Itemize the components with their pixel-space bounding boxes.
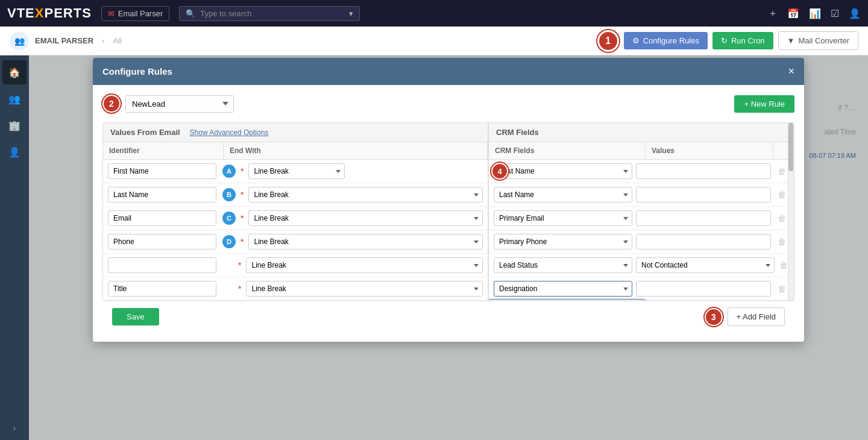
sidebar-item-contacts[interactable]: 👥 bbox=[2, 87, 27, 111]
table-row: A * Line Break 4 bbox=[103, 160, 488, 183]
delete-row-1[interactable]: 🗑 bbox=[775, 164, 789, 178]
crm-field-select-1[interactable]: First Name bbox=[494, 163, 632, 179]
module-tab-label: Email Parser bbox=[118, 9, 163, 18]
main-content: if ? ... ated Time 08-07 07:19 AM Config… bbox=[29, 55, 868, 440]
badge-b: B bbox=[222, 188, 236, 201]
values-section-header: Values From Email Show Advanced Options bbox=[103, 123, 488, 142]
chart-icon[interactable]: 📊 bbox=[809, 8, 821, 19]
sidebar-item-home[interactable]: 🏠 bbox=[2, 60, 27, 84]
calendar-icon[interactable]: 📅 bbox=[787, 8, 799, 19]
crm-field-select-4[interactable]: Primary Phone bbox=[494, 234, 632, 250]
email-icon: ✉ bbox=[108, 9, 115, 18]
identifier-input-5[interactable] bbox=[108, 257, 216, 273]
module-tab[interactable]: ✉ Email Parser bbox=[101, 6, 169, 21]
crm-field-select-3[interactable]: Primary Email bbox=[494, 210, 632, 226]
search-placeholder: Type to search bbox=[200, 9, 251, 18]
breadcrumb-module: Email Parser bbox=[35, 36, 93, 45]
crm-value-input-2[interactable] bbox=[636, 187, 771, 203]
module-select[interactable]: NewLead bbox=[125, 95, 234, 113]
breadcrumb-all: All bbox=[113, 36, 121, 45]
delete-row-2[interactable]: 🗑 bbox=[775, 187, 789, 202]
module-icon: 👥 bbox=[10, 31, 29, 51]
modal-close-button[interactable]: × bbox=[788, 65, 794, 78]
gear-icon: ⚙ bbox=[632, 36, 640, 45]
step-badge-2: 2 bbox=[102, 95, 121, 113]
filter-icon: ▼ bbox=[787, 36, 795, 45]
sidebar-expand-button[interactable]: › bbox=[2, 421, 27, 435]
end-with-select-5[interactable]: Line Break bbox=[246, 257, 483, 273]
app-logo: VTEXPERTS bbox=[7, 5, 92, 21]
crm-field-select-5[interactable]: Lead Status bbox=[494, 257, 632, 273]
step-badge-4: 4 bbox=[491, 163, 508, 180]
rules-area: Values From Email Show Advanced Options … bbox=[102, 122, 794, 301]
topnav-actions: ＋ 📅 📊 ☑ 👤 bbox=[768, 7, 861, 20]
user-icon[interactable]: 👤 bbox=[849, 8, 861, 19]
end-with-select-1[interactable]: Line Break bbox=[248, 163, 345, 179]
delete-row-6[interactable]: 🗑 bbox=[775, 281, 789, 296]
badge-a: A bbox=[222, 165, 236, 178]
identifier-input-3[interactable] bbox=[108, 210, 216, 226]
end-with-select-3[interactable]: Line Break bbox=[248, 210, 483, 226]
table-row: * Line Break bbox=[103, 254, 488, 277]
crm-field-select-6[interactable]: Designation bbox=[494, 281, 632, 297]
modal-body: 2 NewLead + New Rule bbox=[93, 85, 804, 342]
col-values-header: Values bbox=[646, 142, 773, 159]
table-row: D * Line Break bbox=[103, 230, 488, 254]
identifier-input-1[interactable] bbox=[108, 163, 216, 179]
values-rows: A * Line Break 4 bbox=[103, 160, 488, 300]
global-search[interactable]: 🔍 Type to search ▾ bbox=[179, 6, 360, 21]
run-cron-button[interactable]: ↻ Run Cron bbox=[712, 32, 773, 49]
identifier-input-2[interactable] bbox=[108, 187, 216, 203]
crm-value-select-5[interactable]: Not Contacted bbox=[636, 257, 775, 273]
col-end-with-header: End With bbox=[224, 142, 488, 159]
end-with-select-2[interactable]: Line Break bbox=[248, 187, 483, 203]
crm-field-select-2[interactable]: Last Name bbox=[494, 187, 632, 203]
identifier-input-4[interactable] bbox=[108, 234, 216, 250]
search-icon: 🔍 bbox=[186, 9, 195, 18]
crm-row-6: Designation 🗑 🔍 bbox=[489, 277, 794, 300]
modal-title: Configure Rules bbox=[102, 66, 172, 77]
badge-c: C bbox=[222, 212, 236, 225]
crm-value-input-6[interactable] bbox=[636, 281, 771, 297]
crm-value-input-1[interactable] bbox=[636, 163, 771, 179]
breadcrumb-bar: 👥 Email Parser › All 1 ⚙ Configure Rules… bbox=[0, 27, 868, 55]
required-star: * bbox=[238, 284, 241, 294]
new-rule-button[interactable]: + New Rule bbox=[734, 95, 794, 113]
sidebar-item-user[interactable]: 👤 bbox=[2, 140, 27, 164]
modal-overlay: Configure Rules × 2 NewLead bbox=[29, 55, 868, 440]
crm-field-dropdown[interactable]: 🔍 Salutation First Name Assigned To Last… bbox=[489, 299, 646, 301]
end-with-select-4[interactable]: Line Break bbox=[248, 234, 483, 250]
scroll-thumb[interactable] bbox=[788, 123, 793, 171]
col-headers-values: Identifier End With bbox=[103, 142, 488, 160]
delete-row-3[interactable]: 🗑 bbox=[775, 211, 789, 225]
save-button[interactable]: Save bbox=[112, 308, 159, 325]
footer-right: 3 + Add Field bbox=[705, 307, 785, 326]
breadcrumb-actions: 1 ⚙ Configure Rules ↻ Run Cron ▼ Mail Co… bbox=[597, 30, 858, 52]
step-badge-1: 1 bbox=[597, 30, 619, 52]
show-advanced-link[interactable]: Show Advanced Options bbox=[190, 128, 269, 137]
section-values-from-email: Values From Email Show Advanced Options … bbox=[103, 123, 489, 300]
add-icon[interactable]: ＋ bbox=[768, 7, 778, 20]
col-crm-header: CRM Fields bbox=[489, 142, 646, 159]
crm-value-input-3[interactable] bbox=[636, 210, 771, 226]
configure-rules-button[interactable]: ⚙ Configure Rules bbox=[624, 32, 708, 49]
crm-row-5: Lead Status Not Contacted 🗑 bbox=[489, 254, 794, 277]
add-field-button[interactable]: + Add Field bbox=[728, 307, 785, 326]
mail-converter-button[interactable]: ▼ Mail Converter bbox=[778, 31, 858, 50]
refresh-icon: ↻ bbox=[721, 36, 728, 45]
app-layout: 🏠 👥 🏢 👤 › if ? ... ated Time 08-07 07:19… bbox=[0, 55, 868, 440]
dropdown-indicator: ▾ bbox=[349, 9, 353, 18]
crm-row-1: First Name 🗑 bbox=[489, 160, 794, 183]
table-row: C * Line Break bbox=[103, 207, 488, 230]
required-star: * bbox=[241, 166, 244, 176]
sidebar-item-accounts[interactable]: 🏢 bbox=[2, 113, 27, 137]
delete-row-4[interactable]: 🗑 bbox=[775, 234, 789, 249]
tasks-icon[interactable]: ☑ bbox=[831, 8, 839, 19]
identifier-input-6[interactable] bbox=[108, 281, 216, 297]
badge-d: D bbox=[222, 235, 236, 248]
end-with-select-6[interactable]: Line Break bbox=[246, 281, 483, 297]
crm-rows: First Name 🗑 Last Name bbox=[489, 160, 794, 300]
crm-value-input-4[interactable] bbox=[636, 234, 771, 250]
table-row: B * Line Break bbox=[103, 183, 488, 207]
crm-row-2: Last Name 🗑 bbox=[489, 183, 794, 207]
